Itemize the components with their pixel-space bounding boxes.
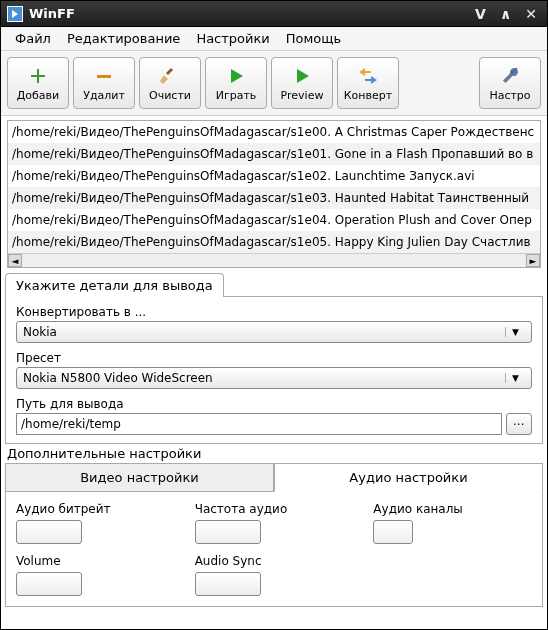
- convert-to-label: Конвертировать в ...: [16, 305, 532, 319]
- window-title: WinFF: [29, 6, 75, 21]
- preset-value: Nokia N5800 Video WideScreen: [23, 371, 213, 385]
- close-icon[interactable]: ✕: [521, 6, 541, 22]
- wrench-icon: [499, 65, 521, 87]
- preset-label: Пресет: [16, 351, 532, 365]
- audio-bitrate-input[interactable]: [16, 520, 82, 544]
- preview-button[interactable]: Preview: [271, 57, 333, 109]
- audio-freq-label: Частота аудио: [195, 502, 354, 516]
- remove-button[interactable]: Удалит: [73, 57, 135, 109]
- options-label: Настро: [489, 89, 530, 102]
- app-icon: [7, 6, 23, 22]
- convert-icon: [357, 65, 379, 87]
- minimize-icon[interactable]: V: [471, 6, 490, 22]
- list-item[interactable]: /home/reki/Видео/ThePenguinsOfMadagascar…: [8, 165, 540, 187]
- audio-bitrate-label: Аудио битрейт: [16, 502, 175, 516]
- list-item[interactable]: /home/reki/Видео/ThePenguinsOfMadagascar…: [8, 143, 540, 165]
- plus-icon: [27, 65, 49, 87]
- advanced-tabs: Видео настройки Аудио настройки Аудио би…: [5, 463, 543, 607]
- audio-freq-input[interactable]: [195, 520, 261, 544]
- menu-help[interactable]: Помощь: [278, 29, 349, 48]
- preset-select[interactable]: Nokia N5800 Video WideScreen▼: [16, 367, 532, 389]
- maximize-icon[interactable]: ∧: [496, 6, 515, 22]
- audio-channels-label: Аудио каналы: [373, 502, 532, 516]
- menubar: Файл Редактирование Настройки Помощь: [1, 27, 547, 51]
- list-item[interactable]: /home/reki/Видео/ThePenguinsOfMadagascar…: [8, 209, 540, 231]
- convert-button[interactable]: Конверт: [337, 57, 399, 109]
- advanced-title: Дополнительные настройки: [1, 444, 547, 463]
- scroll-right-icon[interactable]: ►: [526, 254, 540, 267]
- toolbar: Добави Удалит Очисти Играть Preview Конв…: [1, 51, 547, 116]
- menu-file[interactable]: Файл: [7, 29, 59, 48]
- svg-rect-1: [97, 75, 111, 78]
- remove-label: Удалит: [83, 89, 125, 102]
- tab-video-settings[interactable]: Видео настройки: [5, 463, 274, 492]
- minus-icon: [93, 65, 115, 87]
- convert-to-value: Nokia: [23, 325, 57, 339]
- menu-settings[interactable]: Настройки: [188, 29, 277, 48]
- tab-audio-settings[interactable]: Аудио настройки: [274, 463, 543, 492]
- audio-sync-input[interactable]: [195, 572, 261, 596]
- audio-settings-panel: Аудио битрейт Частота аудио Аудио каналы…: [5, 492, 543, 607]
- convert-label: Конверт: [344, 89, 392, 102]
- preview-label: Preview: [281, 89, 324, 102]
- convert-to-select[interactable]: Nokia▼: [16, 321, 532, 343]
- play-icon: [225, 65, 247, 87]
- list-item[interactable]: /home/reki/Видео/ThePenguinsOfMadagascar…: [8, 121, 540, 143]
- add-label: Добави: [17, 89, 59, 102]
- file-list[interactable]: /home/reki/Видео/ThePenguinsOfMadagascar…: [7, 120, 541, 268]
- clear-button[interactable]: Очисти: [139, 57, 201, 109]
- tab-output-details[interactable]: Укажите детали для вывода: [5, 273, 224, 297]
- list-item[interactable]: /home/reki/Видео/ThePenguinsOfMadagascar…: [8, 187, 540, 209]
- preview-icon: [291, 65, 313, 87]
- audio-sync-label: Audio Sync: [195, 554, 354, 568]
- output-path-input[interactable]: [16, 413, 502, 435]
- titlebar[interactable]: WinFF V ∧ ✕: [1, 1, 547, 27]
- audio-volume-label: Volume: [16, 554, 175, 568]
- chevron-down-icon: ▼: [505, 373, 525, 383]
- play-button[interactable]: Играть: [205, 57, 267, 109]
- scroll-left-icon[interactable]: ◄: [8, 254, 22, 267]
- app-window: WinFF V ∧ ✕ Файл Редактирование Настройк…: [0, 0, 548, 630]
- play-label: Играть: [216, 89, 257, 102]
- browse-button[interactable]: ...: [506, 413, 532, 435]
- options-button[interactable]: Настро: [479, 57, 541, 109]
- chevron-down-icon: ▼: [505, 327, 525, 337]
- output-path-label: Путь для вывода: [16, 397, 532, 411]
- horizontal-scrollbar[interactable]: ◄ ►: [8, 253, 540, 267]
- list-item[interactable]: /home/reki/Видео/ThePenguinsOfMadagascar…: [8, 231, 540, 253]
- broom-icon: [159, 65, 181, 87]
- output-details: Укажите детали для вывода Конвертировать…: [1, 272, 547, 444]
- clear-label: Очисти: [149, 89, 191, 102]
- audio-volume-input[interactable]: [16, 572, 82, 596]
- audio-channels-input[interactable]: [373, 520, 413, 544]
- menu-edit[interactable]: Редактирование: [59, 29, 188, 48]
- add-button[interactable]: Добави: [7, 57, 69, 109]
